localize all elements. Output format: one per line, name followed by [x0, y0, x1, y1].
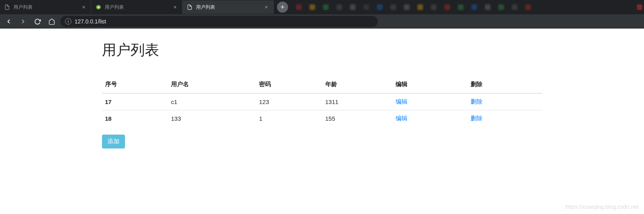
edge-indicator [637, 4, 642, 10]
tab-strip: 用户列表 × 用户列表 × 用户列表 × + [0, 0, 644, 14]
edit-link[interactable]: 编辑 [396, 98, 408, 105]
add-button[interactable]: 添加 [102, 135, 125, 148]
table-header-row: 序号 用户名 密码 年龄 编辑 删除 [102, 76, 542, 93]
tab-title: 用户列表 [13, 4, 77, 11]
delete-link[interactable]: 删除 [471, 115, 483, 121]
file-icon [186, 4, 193, 10]
home-button[interactable] [46, 16, 57, 27]
column-header-id: 序号 [102, 76, 168, 93]
delete-link[interactable]: 删除 [471, 98, 483, 105]
close-icon[interactable]: × [81, 4, 87, 10]
edit-link[interactable]: 编辑 [396, 115, 408, 121]
page-title: 用户列表 [102, 40, 542, 60]
browser-toolbar: i 127.0.0.1/list [0, 14, 644, 29]
column-header-age: 年龄 [322, 76, 393, 93]
cell-password: 1 [256, 110, 322, 127]
tab-title: 用户列表 [105, 4, 169, 11]
address-bar[interactable]: i 127.0.0.1/list [60, 16, 378, 27]
cell-username: c1 [168, 93, 256, 110]
browser-tab-1[interactable]: 用户列表 × [91, 0, 183, 14]
user-table: 序号 用户名 密码 年龄 编辑 删除 17 c1 123 1311 编辑 删除 [102, 76, 542, 127]
new-tab-button[interactable]: + [277, 2, 288, 13]
column-header-edit: 编辑 [392, 76, 467, 93]
bookmarks-bar-blurred [288, 0, 637, 14]
cell-password: 123 [256, 93, 322, 110]
cell-age: 155 [322, 110, 393, 127]
forward-button[interactable] [17, 16, 29, 27]
back-button[interactable] [3, 16, 14, 27]
column-header-username: 用户名 [168, 76, 256, 93]
cell-id: 17 [102, 93, 168, 110]
tab-title: 用户列表 [196, 4, 260, 11]
table-row: 17 c1 123 1311 编辑 删除 [102, 93, 542, 110]
browser-tab-2[interactable]: 用户列表 × [183, 0, 274, 14]
browser-tab-0[interactable]: 用户列表 × [0, 0, 91, 14]
site-info-icon[interactable]: i [65, 18, 71, 25]
cell-id: 18 [102, 110, 168, 127]
url-text: 127.0.0.1/list [75, 18, 106, 25]
table-row: 18 133 1 155 编辑 删除 [102, 110, 542, 127]
cell-username: 133 [168, 110, 256, 127]
page-content: 用户列表 序号 用户名 密码 年龄 编辑 删除 17 c1 123 1311 [0, 29, 644, 160]
spring-icon [95, 4, 102, 10]
column-header-password: 密码 [256, 76, 322, 93]
file-icon [4, 4, 10, 10]
close-icon[interactable]: × [263, 4, 269, 10]
column-header-delete: 删除 [467, 76, 542, 93]
cell-age: 1311 [322, 93, 393, 110]
browser-chrome: 用户列表 × 用户列表 × 用户列表 × + [0, 0, 644, 29]
reload-button[interactable] [32, 16, 43, 27]
close-icon[interactable]: × [172, 4, 178, 10]
